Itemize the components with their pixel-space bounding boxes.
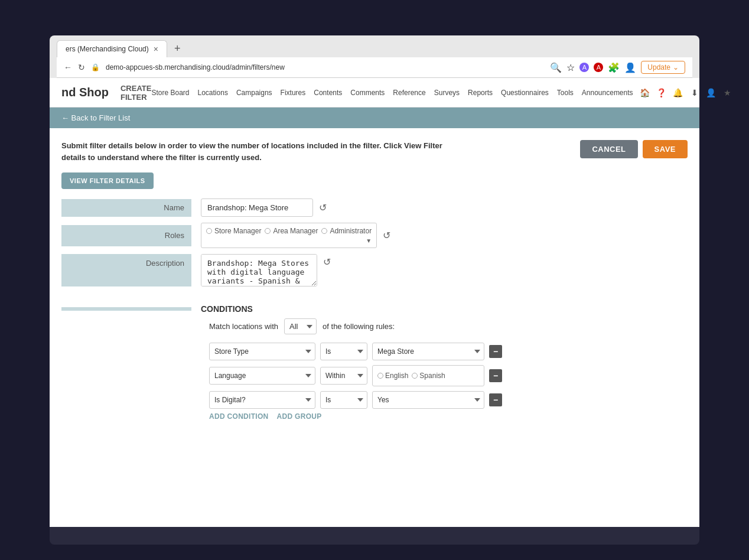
user-avatar[interactable]: A	[579, 63, 589, 72]
conditions-section: CONDITIONS Match locations with All Any …	[61, 304, 688, 421]
match-select[interactable]: All Any	[284, 318, 317, 334]
roles-reset-icon[interactable]: ↺	[383, 230, 390, 241]
nav-store-board[interactable]: Store Board	[151, 89, 189, 97]
nav-reports[interactable]: Reports	[468, 89, 493, 97]
instruction-row: Submit filter details below in order to …	[61, 140, 688, 163]
description-label: Description	[146, 259, 184, 268]
condition-field-3[interactable]: Is Digital?	[209, 391, 315, 409]
brand-name: nd Shop	[61, 86, 109, 99]
nav-fixtures[interactable]: Fixtures	[281, 89, 306, 97]
description-reset-icon[interactable]: ↺	[323, 256, 331, 268]
home-icon[interactable]: 🏠	[639, 87, 651, 99]
condition-value-1[interactable]: Mega Store	[372, 343, 484, 360]
condition-operator-3[interactable]: Is	[320, 391, 367, 409]
condition-row-2: Language Within English Spanish	[209, 365, 688, 386]
tag-dot	[412, 373, 418, 379]
bell-icon[interactable]: 🔔	[672, 87, 684, 99]
add-group-link[interactable]: ADD GROUP	[277, 412, 322, 421]
browser-icons: 🔍 ☆ A A 🧩 👤 Update ⌄	[550, 61, 685, 74]
tag-english: English	[377, 372, 408, 380]
tab-title: ers (Merchandising Cloud)	[66, 45, 149, 53]
role-dot	[321, 228, 327, 234]
condition-field-2[interactable]: Language	[209, 367, 315, 385]
nav-icon-bar: 🏠 ❓ 🔔 ⬇ 👤 ★	[639, 87, 734, 99]
match-prefix: Match locations with	[209, 322, 278, 331]
new-tab-button[interactable]: +	[170, 40, 185, 57]
roles-dropdown-arrow[interactable]: ▼	[206, 237, 372, 244]
back-bar: ← Back to Filter List	[50, 108, 699, 128]
star-icon[interactable]: ☆	[566, 62, 575, 73]
name-reset-icon[interactable]: ↺	[319, 202, 327, 213]
remove-condition-2-button[interactable]: −	[489, 369, 502, 382]
app-container: nd Shop CREATE FILTER Store Board Locati…	[50, 78, 699, 527]
page-title: CREATE FILTER	[121, 84, 151, 102]
chevron-down-icon: ⌄	[673, 63, 679, 71]
reload-button[interactable]: ↻	[78, 63, 85, 72]
search-icon[interactable]: 🔍	[550, 62, 562, 73]
laptop-body	[50, 527, 699, 545]
condition-rows: Store Type Is Mega Store − Language	[61, 343, 688, 409]
role-area-manager: Area Manager	[265, 227, 318, 235]
profile-icon[interactable]: 👤	[624, 62, 636, 73]
browser-tab[interactable]: ers (Merchandising Cloud) ×	[57, 40, 167, 57]
name-label-bg: Name	[61, 199, 191, 217]
puzzle-icon[interactable]: 🧩	[608, 62, 620, 73]
cancel-button[interactable]: CANCEL	[580, 140, 637, 158]
back-to-filter-list-link[interactable]: ← Back to Filter List	[61, 113, 130, 122]
description-label-bg: Description	[61, 254, 191, 286]
condition-value-3[interactable]: Yes	[372, 391, 484, 409]
remove-condition-1-button[interactable]: −	[489, 345, 502, 358]
url-display[interactable]: demo-appcues-sb.merchandising.cloud/admi…	[106, 63, 544, 71]
remove-condition-3-button[interactable]: −	[489, 393, 502, 406]
roles-label: Roles	[165, 231, 184, 240]
nav-locations[interactable]: Locations	[198, 89, 228, 97]
nav-surveys[interactable]: Surveys	[434, 89, 460, 97]
conditions-bar-left	[61, 307, 191, 311]
description-input[interactable]: Brandshop: Mega Stores with digital lang…	[201, 254, 317, 286]
nav-reference[interactable]: Reference	[393, 89, 425, 97]
roles-label-bg: Roles	[61, 225, 191, 246]
form-section: Name ↺ Roles Store Ma	[61, 198, 688, 292]
role-administrator: Administrator	[321, 227, 372, 235]
condition-operator-2[interactable]: Within	[320, 367, 367, 385]
roles-tags: Store Manager Area Manager Administrator	[206, 227, 372, 235]
nav-tools[interactable]: Tools	[557, 89, 574, 97]
update-button[interactable]: Update ⌄	[641, 61, 685, 74]
tab-bar: ers (Merchandising Cloud) × +	[57, 40, 692, 57]
name-row: Name ↺	[61, 198, 688, 217]
browser-chrome: ers (Merchandising Cloud) × + ← ↻ 🔒 demo…	[50, 35, 699, 78]
add-links: ADD CONDITION ADD GROUP	[61, 412, 688, 421]
name-input[interactable]	[201, 198, 313, 217]
account-icon[interactable]: 👤	[705, 87, 717, 99]
tag-spanish: Spanish	[412, 372, 445, 380]
top-nav: nd Shop CREATE FILTER Store Board Locati…	[50, 78, 699, 108]
nav-campaigns[interactable]: Campaigns	[236, 89, 272, 97]
condition-tags-2[interactable]: English Spanish	[372, 365, 484, 386]
nav-contents[interactable]: Contents	[314, 89, 342, 97]
conditions-title: CONDITIONS	[201, 304, 253, 314]
nav-announcements[interactable]: Announcements	[582, 89, 633, 97]
add-condition-link[interactable]: ADD CONDITION	[209, 412, 269, 421]
save-button[interactable]: SAVE	[643, 140, 688, 158]
main-content: Submit filter details below in order to …	[50, 128, 699, 432]
name-label: Name	[164, 203, 184, 212]
condition-row-1: Store Type Is Mega Store −	[209, 343, 688, 360]
nav-comments[interactable]: Comments	[350, 89, 385, 97]
role-store-manager: Store Manager	[206, 227, 261, 235]
nav-links: Store Board Locations Campaigns Fixtures…	[151, 89, 633, 97]
condition-operator-1[interactable]: Is	[320, 343, 367, 360]
nav-questionnaires[interactable]: Questionnaires	[501, 89, 549, 97]
view-filter-details-button[interactable]: VIEW FILTER DETAILS	[61, 172, 154, 189]
roles-row: Roles Store Manager Area Manager	[61, 223, 688, 248]
tab-close-icon[interactable]: ×	[154, 44, 158, 54]
back-button[interactable]: ←	[64, 63, 72, 72]
lock-icon: 🔒	[91, 63, 100, 71]
acrobat-icon[interactable]: A	[594, 63, 603, 72]
help-icon[interactable]: ❓	[656, 87, 667, 99]
bookmark-icon[interactable]: ★	[722, 87, 734, 99]
instruction-text: Submit filter details below in order to …	[61, 140, 463, 163]
role-dot	[265, 228, 271, 234]
roles-container[interactable]: Store Manager Area Manager Administrator	[201, 223, 377, 248]
condition-field-1[interactable]: Store Type	[209, 343, 315, 360]
download-icon[interactable]: ⬇	[689, 87, 701, 99]
